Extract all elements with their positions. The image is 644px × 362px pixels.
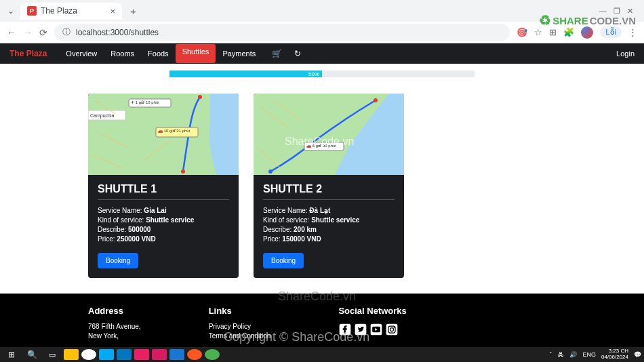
brand-logo[interactable]: The Plaza [9,49,47,58]
twitter-icon[interactable] [354,323,367,336]
taskview-button[interactable]: ▭ [43,348,61,361]
sharecode-logo-watermark: ♻ SHARECODE.VN [539,12,636,28]
service-name-row: Service Name: Gia Lai [98,207,229,214]
kind-row: Kind of service: Shuttle service [98,216,229,224]
shuttle-map[interactable]: Campuchia ✈ 1 giờ 10 phút 🚗 10 giờ 31 ph… [88,94,239,175]
nav-link-overview[interactable]: Overview [59,44,104,63]
progress-bar: 50% [169,71,475,77]
login-link[interactable]: Login [616,49,635,58]
map-label-drive: 🚗 6 giờ 30 phút [306,143,336,148]
map-label-drive: 🚗 10 giờ 31 phút [158,128,190,133]
footer-heading: Links [209,306,271,316]
history-icon[interactable]: ↻ [294,49,301,58]
tune-icon[interactable]: 🎯 [517,27,527,37]
system-tray: ˄ 🖧 🔊 ENG 3:23 CH 04/06/2024 💬 [549,348,641,361]
card-title: SHUTTLE 2 [263,183,395,195]
puzzle-icon[interactable]: 🧩 [563,27,574,37]
forward-button[interactable]: → [23,27,33,38]
svg-point-4 [181,169,185,174]
address-line: 768 Fifth Avenue, [88,323,141,330]
svg-point-8 [374,98,378,102]
app-icon[interactable] [187,349,202,360]
star-icon[interactable]: ☆ [534,27,542,37]
nav-link-foods[interactable]: Foods [141,44,176,63]
svg-point-9 [268,169,273,174]
menu-icon[interactable]: ⋮ [628,27,637,37]
describe-row: Describe: 200 km [263,226,395,233]
booking-button[interactable]: Booking [98,253,138,268]
service-name-row: Service Name: Đà Lạt [263,207,395,214]
chrome-icon[interactable] [81,349,96,360]
shuttle-card: 🚗 6 giờ 30 phút SHUTTLE 2 Service Name: … [254,94,404,278]
clock[interactable]: 3:23 CH 04/06/2024 [601,348,628,361]
card-body: SHUTTLE 1 Service Name: Gia Lai Kind of … [88,175,239,278]
progress-fill: 50% [169,71,322,77]
language-indicator[interactable]: ENG [582,351,596,358]
url-text: localhost:3000/shuttles [76,28,159,37]
footer-heading: Address [88,306,141,316]
footer-links: Links Privacy Policy Terms and Condition [209,306,271,342]
progress-container: 50% [0,64,644,80]
reload-button[interactable]: ⟳ [39,27,47,38]
nav-icons: 🛒 ↻ [272,49,301,58]
kind-row: Kind of service: Shuttle service [263,216,395,224]
url-input[interactable]: ⓘ localhost:3000/shuttles [54,24,510,41]
site-info-icon[interactable]: ⓘ [62,26,71,38]
shuttle-card: Campuchia ✈ 1 giờ 10 phút 🚗 10 giờ 31 ph… [88,94,239,278]
app-icon[interactable] [117,349,132,360]
tab-title: The Plaza [41,6,77,16]
nav-link-shuttles[interactable]: Shuttles [176,44,216,63]
booking-button[interactable]: Booking [263,253,304,268]
tray-chevron-icon[interactable]: ˄ [549,351,552,358]
divider [263,199,395,200]
divider [98,199,229,200]
site-navbar: The Plaza Overview Rooms Foods Shuttles … [0,43,644,64]
nav-link-rooms[interactable]: Rooms [104,44,141,63]
cart-icon[interactable]: 🛒 [272,49,282,58]
price-row: Price: 150000 VND [263,235,395,243]
app-icon[interactable] [134,349,149,360]
vscode-icon[interactable] [169,349,184,360]
notifications-icon[interactable]: 💬 [634,351,641,358]
start-button[interactable]: ⊞ [3,348,20,361]
price-row: Price: 250000 VND [98,235,229,243]
shuttle-cards: Campuchia ✈ 1 giờ 10 phút 🚗 10 giờ 31 ph… [0,80,644,278]
explorer-icon[interactable] [64,349,79,360]
network-icon[interactable]: 🖧 [558,351,564,358]
shuttle-map[interactable]: 🚗 6 giờ 30 phút [254,94,404,175]
extension-icon[interactable]: ⊞ [549,27,557,37]
facebook-icon[interactable] [338,323,352,336]
svg-rect-15 [386,324,397,336]
terms-link[interactable]: Terms and Condition [209,332,271,340]
svg-point-3 [198,95,202,99]
app-icon[interactable] [205,349,220,360]
privacy-link[interactable]: Privacy Policy [209,323,271,330]
windows-taskbar: ⊞ 🔍 ▭ ˄ 🖧 🔊 ENG 3:23 CH 04/06/2024 💬 [0,347,644,362]
footer-address: Address 768 Fifth Avenue, New York, [88,306,141,342]
app-icon[interactable] [152,349,167,360]
nav-link-payments[interactable]: Payments [216,44,262,63]
close-tab-icon[interactable]: × [110,6,115,16]
svg-point-18 [393,327,395,328]
instagram-icon[interactable] [385,323,399,336]
address-line: New York, [88,332,141,340]
browser-tab[interactable]: P The Plaza × [20,3,122,20]
map-label-flight: ✈ 1 giờ 10 phút [131,100,159,104]
footer-heading: Social Networks [338,306,406,316]
svg-text:Campuchia: Campuchia [90,113,115,119]
volume-icon[interactable]: 🔊 [569,351,577,358]
youtube-icon[interactable] [369,323,383,336]
tab-list-button[interactable]: ⌄ [4,6,18,16]
app-icon[interactable] [99,349,114,360]
footer-social: Social Networks [338,306,406,342]
site-footer: Address 768 Fifth Avenue, New York, Link… [0,294,644,347]
search-button[interactable]: 🔍 [23,348,41,361]
new-tab-button[interactable]: + [125,5,142,17]
favicon: P [27,6,37,16]
describe-row: Describe: 500000 [98,226,229,233]
card-title: SHUTTLE 1 [98,183,229,195]
card-body: SHUTTLE 2 Service Name: Đà Lạt Kind of s… [254,175,404,278]
back-button[interactable]: ← [7,27,16,38]
nav-links: Overview Rooms Foods Shuttles Payments [59,44,262,63]
